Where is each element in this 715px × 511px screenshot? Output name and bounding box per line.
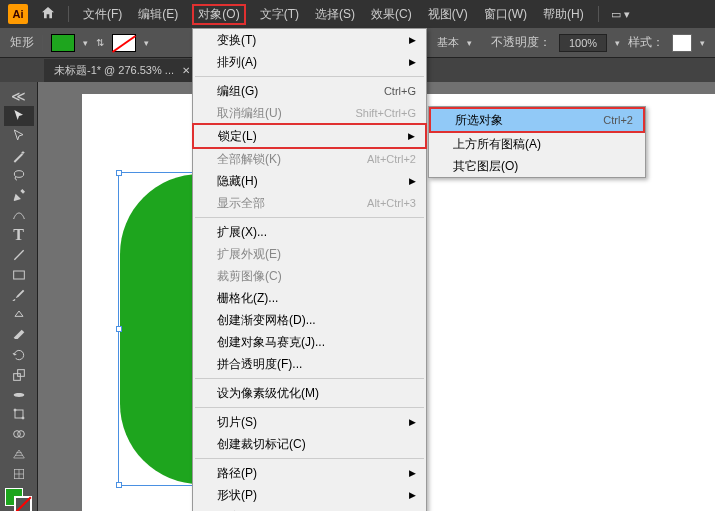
selection-tool[interactable] xyxy=(4,106,34,126)
menu-item[interactable]: 排列(A)▶ xyxy=(193,51,426,73)
menu-item-label: 全部解锁(K) xyxy=(217,151,367,168)
menu-item[interactable]: 拼合透明度(F)... xyxy=(193,353,426,375)
rotate-tool[interactable] xyxy=(4,345,34,365)
menu-item[interactable]: 扩展(X)... xyxy=(193,221,426,243)
style-swatch[interactable] xyxy=(672,34,692,52)
selection-handle[interactable] xyxy=(116,170,122,176)
line-tool[interactable] xyxy=(4,245,34,265)
submenu-arrow-icon: ▶ xyxy=(409,57,416,67)
menu-item: 全部解锁(K)Alt+Ctrl+2 xyxy=(193,148,426,170)
opacity-input[interactable] xyxy=(559,34,607,52)
menu-item: 取消编组(U)Shift+Ctrl+G xyxy=(193,102,426,124)
submenu-item[interactable]: 所选对象Ctrl+2 xyxy=(431,109,643,131)
menu-item-label: 编组(G) xyxy=(217,83,384,100)
menu-item-label: 变换(T) xyxy=(217,32,403,49)
menu-item[interactable]: 编组(G)Ctrl+G xyxy=(193,80,426,102)
menu-item[interactable]: 创建裁切标记(C) xyxy=(193,433,426,455)
menu-type[interactable]: 文字(T) xyxy=(258,4,301,25)
menu-item[interactable]: 创建对象马赛克(J)... xyxy=(193,331,426,353)
menu-item-label: 扩展(X)... xyxy=(217,224,416,241)
menu-item[interactable]: 隐藏(H)▶ xyxy=(193,170,426,192)
opacity-dropdown-icon[interactable]: ▾ xyxy=(615,38,620,48)
style-dropdown-icon[interactable]: ▾ xyxy=(700,38,705,48)
lock-submenu: 所选对象Ctrl+2上方所有图稿(A)其它图层(O) xyxy=(428,106,646,178)
menu-item[interactable]: 创建渐变网格(D)... xyxy=(193,309,426,331)
lasso-tool[interactable] xyxy=(4,166,34,186)
submenu-item[interactable]: 其它图层(O) xyxy=(429,155,645,177)
workspace-switcher-icon[interactable]: ▭ ▾ xyxy=(611,8,630,21)
svg-rect-2 xyxy=(13,271,24,279)
menu-item[interactable]: 路径(P)▶ xyxy=(193,462,426,484)
menu-item-label: 裁剪图像(C) xyxy=(217,268,416,285)
menu-effect[interactable]: 效果(C) xyxy=(369,4,414,25)
menu-object[interactable]: 对象(O) xyxy=(192,4,245,25)
document-title: 未标题-1* @ 276.53% ... xyxy=(54,63,174,78)
menu-item[interactable]: 设为像素级优化(M) xyxy=(193,382,426,404)
svg-line-1 xyxy=(14,251,23,260)
basic-dropdown-icon[interactable]: ▾ xyxy=(467,38,472,48)
document-tab[interactable]: 未标题-1* @ 276.53% ... ✕ xyxy=(44,59,200,82)
basic-label: 基本 xyxy=(437,35,459,50)
stroke-color-indicator[interactable] xyxy=(14,496,32,511)
menubar: Ai 文件(F) 编辑(E) 对象(O) 文字(T) 选择(S) 效果(C) 视… xyxy=(0,0,715,28)
menu-item: 显示全部Alt+Ctrl+3 xyxy=(193,192,426,214)
ai-logo: Ai xyxy=(8,4,28,24)
fill-color-swatch[interactable] xyxy=(51,34,75,52)
svg-point-7 xyxy=(22,417,24,419)
menu-item[interactable]: 锁定(L)▶ xyxy=(194,125,425,147)
mesh-tool[interactable] xyxy=(4,464,34,484)
menu-item-label: 拼合透明度(F)... xyxy=(217,356,416,373)
stroke-dropdown-icon[interactable]: ▾ xyxy=(144,38,149,48)
type-tool[interactable]: T xyxy=(4,225,34,245)
svg-rect-3 xyxy=(13,373,20,380)
eraser-tool[interactable] xyxy=(4,325,34,345)
curvature-tool[interactable] xyxy=(4,205,34,225)
color-picker-tool[interactable] xyxy=(0,486,37,511)
svg-rect-4 xyxy=(17,369,24,376)
fill-dropdown-icon[interactable]: ▾ xyxy=(83,38,88,48)
stroke-color-swatch[interactable] xyxy=(112,34,136,52)
width-tool[interactable] xyxy=(4,385,34,405)
perspective-grid-tool[interactable] xyxy=(4,444,34,464)
menu-select[interactable]: 选择(S) xyxy=(313,4,357,25)
submenu-arrow-icon: ▶ xyxy=(408,131,415,141)
menu-item-label: 形状(P) xyxy=(217,487,403,504)
selection-handle[interactable] xyxy=(116,482,122,488)
pen-tool[interactable] xyxy=(4,186,34,206)
menu-item: 扩展外观(E) xyxy=(193,243,426,265)
shape-builder-tool[interactable] xyxy=(4,424,34,444)
close-tab-icon[interactable]: ✕ xyxy=(182,65,190,76)
menu-separator xyxy=(195,217,424,218)
menu-item-label: 取消编组(U) xyxy=(217,105,355,122)
menu-item-label: 设为像素级优化(M) xyxy=(217,385,416,402)
free-transform-tool[interactable] xyxy=(4,405,34,425)
menu-separator xyxy=(195,458,424,459)
home-icon[interactable] xyxy=(40,5,56,24)
menu-item-label: 创建渐变网格(D)... xyxy=(217,312,416,329)
menu-window[interactable]: 窗口(W) xyxy=(482,4,529,25)
menu-item: 裁剪图像(C) xyxy=(193,265,426,287)
scale-tool[interactable] xyxy=(4,365,34,385)
menu-divider xyxy=(598,6,599,22)
selection-handle[interactable] xyxy=(116,326,122,332)
shaper-tool[interactable] xyxy=(4,305,34,325)
svg-rect-5 xyxy=(15,410,23,418)
swap-colors-icon[interactable]: ⇅ xyxy=(96,37,104,48)
menu-item[interactable]: 图案(E)▶ xyxy=(193,506,426,511)
menu-item[interactable]: 切片(S)▶ xyxy=(193,411,426,433)
submenu-item[interactable]: 上方所有图稿(A) xyxy=(429,133,645,155)
direct-selection-tool[interactable] xyxy=(4,126,34,146)
menu-item[interactable]: 形状(P)▶ xyxy=(193,484,426,506)
menu-edit[interactable]: 编辑(E) xyxy=(136,4,180,25)
opacity-label: 不透明度： xyxy=(491,34,551,51)
menu-help[interactable]: 帮助(H) xyxy=(541,4,586,25)
magic-wand-tool[interactable] xyxy=(4,146,34,166)
menu-item[interactable]: 变换(T)▶ xyxy=(193,29,426,51)
menu-item[interactable]: 栅格化(Z)... xyxy=(193,287,426,309)
menu-view[interactable]: 视图(V) xyxy=(426,4,470,25)
menu-file[interactable]: 文件(F) xyxy=(81,4,124,25)
rectangle-tool[interactable] xyxy=(4,265,34,285)
paintbrush-tool[interactable] xyxy=(4,285,34,305)
submenu-arrow-icon: ▶ xyxy=(409,35,416,45)
collapse-icon[interactable]: ≪ xyxy=(4,86,34,106)
